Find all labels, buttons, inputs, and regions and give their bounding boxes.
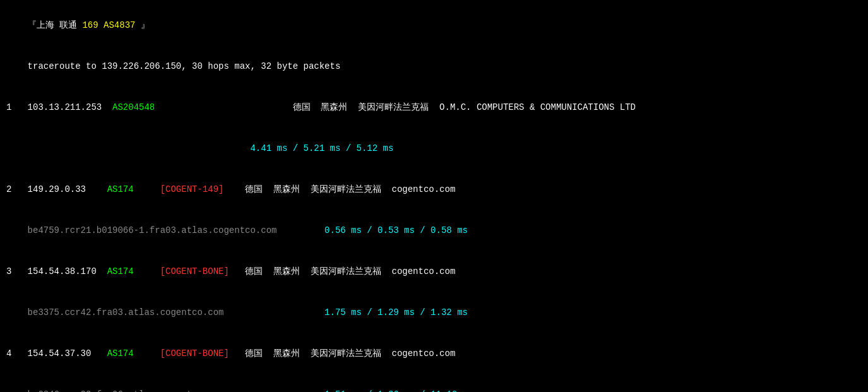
hop-2-hostname: be4759.rcr21.b019066-1.fra03.atlas.cogen… bbox=[6, 210, 862, 251]
header-line1: 『上海 联通 169 AS4837 』 bbox=[6, 5, 862, 46]
hop-3-hostname: be3375.ccr42.fra03.atlas.cogentco.com 1.… bbox=[6, 292, 862, 333]
hop-3: 3 154.54.38.170 AS174 [COGENT-BONE] 德国 黑… bbox=[6, 251, 862, 292]
header-line2: traceroute to 139.226.206.150, 30 hops m… bbox=[6, 46, 862, 87]
hop-1: 1 103.13.211.253 AS204548 德国 黑森州 美因河畔法兰克… bbox=[6, 87, 862, 128]
hop-4: 4 154.54.37.30 AS174 [COGENT-BONE] 德国 黑森… bbox=[6, 334, 862, 375]
terminal-container: 『上海 联通 169 AS4837 』 traceroute to 139.22… bbox=[6, 5, 862, 392]
hop-4-hostname: be2846.rcr22.fra06.atlas.cogentco.com 1.… bbox=[6, 375, 862, 392]
hop-2: 2 149.29.0.33 AS174 [COGENT-149] 德国 黑森州 … bbox=[6, 169, 862, 210]
hop-1-timing: 4.41 ms / 5.21 ms / 5.12 ms bbox=[6, 128, 862, 169]
